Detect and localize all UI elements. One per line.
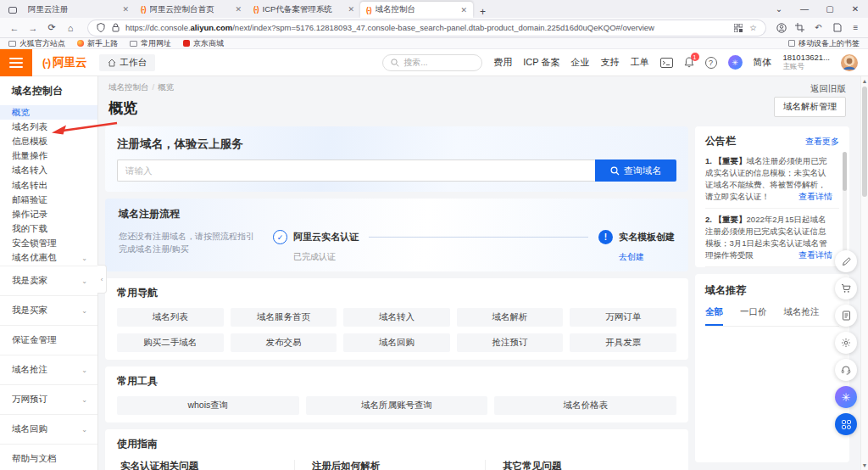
window-close-button[interactable]: ✕ <box>843 0 868 18</box>
domain-search-input[interactable] <box>117 159 595 182</box>
quicknav-invoice[interactable]: 开具发票 <box>570 333 676 352</box>
bookmark-item[interactable]: 常用网址 <box>130 38 171 49</box>
product-menu-button[interactable] <box>0 49 32 76</box>
tab-close-icon[interactable]: ✕ <box>348 5 354 14</box>
new-tab-button[interactable]: + <box>480 6 486 18</box>
sidebar-item-my-downloads[interactable]: 我的下载 <box>0 222 97 237</box>
notifications-bell-icon[interactable]: 1 <box>684 57 694 68</box>
page-scrollbar[interactable]: ▲ ▼ <box>860 76 868 470</box>
nav-tickets[interactable]: 工单 <box>631 56 649 69</box>
domain-search-button[interactable]: 查询域名 <box>595 159 676 182</box>
create-template-link[interactable]: 去创建 <box>619 251 675 263</box>
account-icon[interactable] <box>776 22 787 33</box>
home-button[interactable]: ⌂ <box>63 23 78 33</box>
view-detail-link[interactable]: 查看详情 <box>798 191 832 203</box>
browser-tab-3[interactable]: (-) ICP代备案管理系统 ✕ <box>248 1 360 18</box>
sidebar-item-buyback[interactable]: 域名回购⌄ <box>0 414 97 444</box>
sidebar-item-batch-ops[interactable]: 批量操作 <box>0 149 97 164</box>
window-maximize-button[interactable]: ▢ <box>817 0 843 18</box>
bookmark-item[interactable]: 新手上路 <box>77 38 118 49</box>
reload-button[interactable]: ⟳ <box>44 22 59 33</box>
avatar[interactable] <box>841 54 858 71</box>
quicknav-domain-list[interactable]: 域名列表 <box>117 308 224 327</box>
bookmark-item[interactable]: 火狐官方站点 <box>8 38 65 49</box>
view-detail-link[interactable]: 查看详情 <box>798 249 832 261</box>
quicknav-buyback[interactable]: 域名回购 <box>343 333 450 352</box>
shield-icon[interactable] <box>95 22 106 33</box>
view-more-link[interactable]: 查看更多 <box>805 136 839 148</box>
browser-tab-2[interactable]: (-) 阿里云控制台首页 ✕ <box>135 1 248 18</box>
browser-tab-4-active[interactable]: (-) 域名控制台 ✕ <box>360 2 473 18</box>
dns-manage-button[interactable]: 域名解析管理 <box>774 97 846 117</box>
breadcrumb-root[interactable]: 域名控制台 <box>108 82 149 92</box>
recommend-tab-fixed-price[interactable]: 一口价 <box>740 306 767 326</box>
sidebar-item-seller[interactable]: 我是卖家⌄ <box>0 266 97 295</box>
announcements-scrollbar[interactable] <box>843 152 847 260</box>
sidebar-item-transfer-out[interactable]: 域名转出 <box>0 178 97 193</box>
firefox-view-icon[interactable] <box>3 3 22 18</box>
account-info[interactable]: 181013621... 主账号 <box>783 53 830 71</box>
cloudshell-icon[interactable] <box>660 58 673 68</box>
browser-tab-1[interactable]: 阿里云注册 ✕ <box>22 1 135 18</box>
quicknav-wanwang-orders[interactable]: 万网订单 <box>570 308 676 327</box>
sidebar-item-security-lock[interactable]: 安全锁管理 <box>0 237 97 251</box>
language-switch[interactable]: 简体 <box>754 56 772 69</box>
tool-whois[interactable]: whois查询 <box>117 396 299 415</box>
lock-icon[interactable] <box>110 22 121 33</box>
tab-list-dropdown-icon[interactable]: ⌄ <box>766 0 792 18</box>
nav-billing[interactable]: 费用 <box>493 56 512 69</box>
tab-close-icon[interactable]: ✕ <box>235 5 242 14</box>
quicknav-transfer-in[interactable]: 域名转入 <box>343 308 450 327</box>
quicknav-buy-secondhand[interactable]: 购买二手域名 <box>117 333 224 352</box>
recommend-tab-all[interactable]: 全部 <box>705 306 723 326</box>
nav-icp[interactable]: ICP 备案 <box>523 56 559 69</box>
tab-close-icon[interactable]: ✕ <box>460 6 467 14</box>
recommend-tab-backorder[interactable]: 域名抢注 <box>784 306 820 326</box>
scroll-up-icon[interactable]: ▲ <box>861 78 868 84</box>
return-old-version-link[interactable]: 返回旧版 <box>810 83 846 95</box>
qr-translate-icon[interactable] <box>732 22 743 33</box>
mobile-bookmarks[interactable]: 移动设备上的书签 <box>788 38 860 49</box>
quicknav-backorder[interactable]: 抢注预订 <box>457 333 564 352</box>
sidebar-item-discount-pack[interactable]: 域名优惠包⌄ <box>0 251 97 266</box>
support-headset-icon[interactable] <box>835 359 857 381</box>
quicknav-publish-trade[interactable]: 发布交易 <box>231 333 337 352</box>
scroll-down-icon[interactable]: ▼ <box>861 462 868 468</box>
sidebar-collapse-button[interactable]: ‹ <box>97 265 107 294</box>
aliyun-logo[interactable]: (-) 阿里云 <box>42 55 87 70</box>
sidebar-item-overview[interactable]: 概览 <box>0 105 97 120</box>
nav-enterprise[interactable]: 企业 <box>571 56 590 69</box>
sidebar-item-wanwang-reserve[interactable]: 万网预订⌄ <box>0 384 97 414</box>
sidebar-item-op-log[interactable]: 操作记录 <box>0 207 97 221</box>
window-minimize-button[interactable]: — <box>792 0 817 18</box>
workbench-button[interactable]: 工作台 <box>99 54 156 71</box>
feedback-pencil-icon[interactable] <box>835 250 857 272</box>
menu-hamburger-icon[interactable]: ≡ <box>850 22 861 33</box>
sidebar-item-help-docs[interactable]: 帮助与文档 <box>0 444 97 470</box>
bookmark-star-icon[interactable]: ☆ <box>748 22 759 33</box>
sidebar-item-transfer-in[interactable]: 域名转入 <box>0 164 97 178</box>
contract-doc-icon[interactable] <box>835 305 857 327</box>
tool-price-list[interactable]: 域名价格表 <box>494 396 676 415</box>
bookmark-item[interactable]: 京东商城 <box>183 38 224 49</box>
sidebar-item-buyer[interactable]: 我是买家⌄ <box>0 295 97 325</box>
apps-grid-icon[interactable] <box>835 413 857 435</box>
forward-button[interactable]: → <box>25 23 41 33</box>
cart-icon[interactable] <box>835 277 857 299</box>
quicknav-dns[interactable]: 域名解析 <box>457 308 564 327</box>
url-bar[interactable]: https://dc.console.aliyun.com/next/index… <box>88 20 765 36</box>
settings-gear-icon[interactable] <box>835 332 857 354</box>
scrollbar-thumb[interactable] <box>862 87 867 197</box>
console-search-input[interactable]: 搜索... <box>382 54 482 71</box>
sidebar-item-email-verify[interactable]: 邮箱验证 <box>0 193 97 207</box>
screenshot-icon[interactable] <box>794 22 805 33</box>
sidebar-item-deposit[interactable]: 保证金管理 <box>0 325 97 355</box>
tool-account-lookup[interactable]: 域名所属账号查询 <box>306 396 488 415</box>
quicknav-domain-home[interactable]: 域名服务首页 <box>231 308 337 327</box>
back-button[interactable]: ← <box>7 23 22 33</box>
history-undo-icon[interactable]: ↶ <box>813 22 824 33</box>
tab-close-icon[interactable]: ✕ <box>122 5 129 14</box>
help-icon[interactable]: ? <box>705 57 717 69</box>
ai-assistant-icon[interactable]: ✳ <box>835 386 857 408</box>
library-icon[interactable] <box>832 22 843 33</box>
